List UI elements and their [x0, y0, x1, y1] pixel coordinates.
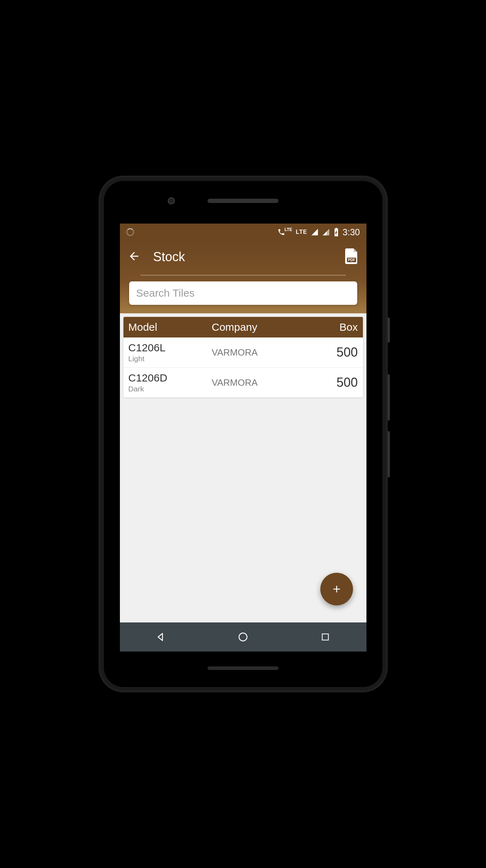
phone-frame: LTE LTE 3:30: [99, 176, 388, 692]
arrow-left-icon: [128, 250, 140, 263]
screen: LTE LTE 3:30: [120, 224, 366, 652]
lte-label: LTE: [296, 229, 307, 235]
loading-spinner-icon: [126, 228, 134, 236]
phone-camera: [168, 197, 175, 204]
model-variant: Dark: [128, 385, 212, 393]
triangle-back-icon: [155, 632, 166, 642]
table-header-row: Model Company Box: [123, 317, 363, 337]
call-lte-icon: LTE: [277, 228, 292, 236]
svg-point-2: [239, 633, 247, 641]
search-input[interactable]: [136, 287, 350, 299]
phone-side-button: [388, 374, 390, 421]
nav-recent-button[interactable]: [311, 628, 339, 645]
nav-back-button[interactable]: [147, 628, 175, 645]
battery-charging-icon: [333, 228, 339, 236]
search-box[interactable]: [129, 281, 357, 305]
back-button[interactable]: [128, 250, 140, 264]
page-title: Stock: [153, 249, 332, 264]
company-name: VARMORA: [212, 377, 306, 388]
table-row[interactable]: C1206L Light VARMORA 500: [123, 337, 363, 368]
square-recent-icon: [321, 632, 330, 642]
circle-home-icon: [238, 632, 248, 642]
pdf-file-icon: PDF: [344, 248, 359, 264]
column-header-model: Model: [128, 321, 212, 333]
svg-rect-3: [322, 634, 328, 640]
model-code: C1206L: [128, 342, 212, 354]
status-bar: LTE LTE 3:30: [120, 224, 366, 241]
phone-side-button: [388, 318, 390, 342]
svg-text:PDF: PDF: [348, 258, 355, 262]
tab-indicator: [140, 275, 346, 276]
column-header-company: Company: [212, 321, 306, 333]
signal-icon-secondary: [322, 228, 330, 236]
phone-bottom-speaker: [208, 666, 278, 670]
phone-speaker: [208, 199, 278, 203]
phone-bezel: LTE LTE 3:30: [104, 181, 382, 687]
phone-side-button: [388, 431, 390, 477]
app-header: Stock PDF: [120, 241, 366, 313]
nav-home-button[interactable]: [229, 628, 257, 645]
clock-time: 3:30: [343, 227, 360, 237]
content-area: Model Company Box C1206L Light VARMORA 5…: [120, 313, 366, 622]
add-stock-button[interactable]: [320, 573, 353, 605]
column-header-box: Box: [305, 321, 358, 333]
company-name: VARMORA: [212, 347, 306, 358]
navigation-bar: [120, 622, 366, 652]
box-quantity: 500: [305, 345, 358, 360]
table-row[interactable]: C1206D Dark VARMORA 500: [123, 368, 363, 397]
model-variant: Light: [128, 355, 212, 363]
stock-table: Model Company Box C1206L Light VARMORA 5…: [123, 317, 363, 397]
box-quantity: 500: [305, 375, 358, 390]
plus-icon: [331, 583, 342, 595]
signal-icon: [311, 228, 319, 236]
model-code: C1206D: [128, 372, 212, 384]
export-pdf-button[interactable]: PDF: [344, 248, 359, 265]
